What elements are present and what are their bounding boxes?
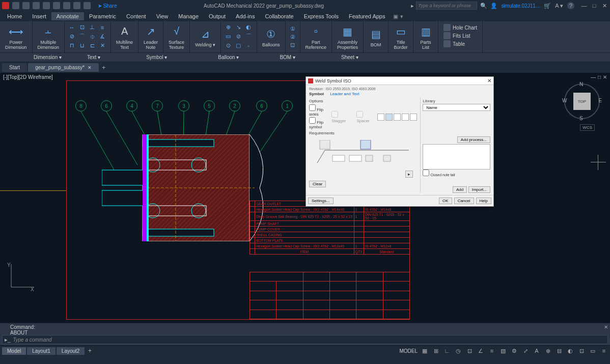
panel-symbol[interactable]: Symbol ▾ <box>146 54 167 60</box>
dim-small-icon[interactable]: ⊏ <box>88 42 96 49</box>
parts-list-button[interactable]: ▥ Parts List <box>413 21 438 52</box>
sym-icon[interactable]: ▢ <box>234 42 242 49</box>
viewport-label[interactable]: [-][Top][2D Wireframe] <box>3 74 53 80</box>
id-icon[interactable] <box>402 114 409 121</box>
id-icon[interactable] <box>377 114 384 121</box>
sym-icon[interactable]: ⊙ <box>224 42 232 49</box>
model-space-label[interactable]: MODEL <box>399 348 418 354</box>
dim-small-icon[interactable]: ↔ <box>68 24 76 31</box>
qat-new-icon[interactable] <box>12 2 19 9</box>
dim-small-icon[interactable]: ≡ <box>98 24 106 31</box>
balloon-7[interactable]: 7 <box>152 100 163 111</box>
grid-icon[interactable]: ▦ <box>421 347 429 355</box>
leader-note-button[interactable]: ↗ Leader Note <box>138 21 163 52</box>
dim-small-icon[interactable]: ⌒ <box>78 33 86 40</box>
search-icon[interactable]: 🔍 <box>480 3 487 9</box>
layout-tab-layout1[interactable]: Layout1 <box>27 347 56 355</box>
hardware-icon[interactable]: ⊡ <box>577 347 586 355</box>
fits-list-button[interactable]: Fits List <box>441 32 472 40</box>
dim-small-icon[interactable]: ⊥ <box>88 24 96 31</box>
menu-content[interactable]: Content <box>121 12 151 20</box>
flip-symbol-checkbox[interactable]: Flip symbol <box>309 117 327 129</box>
balloon-5[interactable]: 5 <box>204 100 215 111</box>
clear-button[interactable]: Clear <box>309 181 326 187</box>
add-process-button[interactable]: Add process... <box>457 136 490 143</box>
viewport-close-icon[interactable]: ✕ <box>603 74 607 80</box>
balloon-8[interactable]: 8 <box>75 100 87 111</box>
lineweight-icon[interactable]: ≡ <box>488 347 496 355</box>
id-icon[interactable] <box>385 114 393 121</box>
menu-parametric[interactable]: Parametric <box>84 12 121 20</box>
balloons-button[interactable]: ① Balloons <box>257 21 286 52</box>
balloon-6[interactable]: 6 <box>101 100 112 111</box>
part-reference-button[interactable]: ▫ Part Reference <box>300 21 332 52</box>
help-icon[interactable]: ? <box>567 2 574 9</box>
dialog-titlebar[interactable]: Weld Symbol ISO ✕ <box>306 77 493 85</box>
multiline-text-button[interactable]: A Multiline Text <box>111 21 138 52</box>
panel-text[interactable]: Text ▾ <box>87 54 100 60</box>
spacer-checkbox[interactable]: Spacer <box>356 111 370 123</box>
assembly-properties-button[interactable]: ▦ Assembly Properties <box>332 21 364 52</box>
menu-output[interactable]: Output <box>204 12 231 20</box>
layout-tab-model[interactable]: Model <box>2 347 26 355</box>
polar-icon[interactable]: ◷ <box>454 347 462 355</box>
menu-manage[interactable]: Manage <box>173 12 204 20</box>
scale-icon[interactable]: ⤢ <box>521 347 530 355</box>
surface-texture-button[interactable]: √ Surface Texture <box>163 21 190 52</box>
balloon-small-icon[interactable]: ① <box>289 25 297 33</box>
menu-annotate[interactable]: Annotate <box>51 12 84 20</box>
user-name[interactable]: simulate.02J11... <box>502 3 540 9</box>
dim-small-icon[interactable]: ⊓ <box>68 42 76 49</box>
qat-save-icon[interactable] <box>33 2 40 9</box>
ortho-icon[interactable]: ∟ <box>443 347 451 355</box>
qat-print-icon[interactable] <box>63 2 70 9</box>
tab-current-file[interactable]: gear_pump_subassy* ✕ <box>28 63 99 72</box>
stagger-checkbox[interactable]: Stagger <box>331 111 346 123</box>
cancel-button[interactable]: Cancel <box>454 198 474 204</box>
bom-button[interactable]: ▤ BOM <box>364 21 389 52</box>
wcs-label[interactable]: WCS <box>580 124 595 131</box>
viewcube-s[interactable]: S <box>579 116 583 121</box>
isolate-icon[interactable]: ◐ <box>566 347 574 355</box>
command-input-row[interactable]: ▸_ Type a command <box>2 335 608 344</box>
balloon-3[interactable]: 3 <box>178 100 189 111</box>
otrack-icon[interactable]: ∠ <box>477 347 485 355</box>
library-name-select[interactable]: Name <box>423 104 490 111</box>
viewport-maximize-icon[interactable]: □ <box>598 74 601 80</box>
gear-icon[interactable]: ⚙ <box>510 347 518 355</box>
dim-small-icon[interactable]: ∡ <box>98 33 106 40</box>
balloon-small-icon[interactable]: ⊡ <box>289 42 297 49</box>
font-icon[interactable]: A ▾ <box>555 3 563 9</box>
panel-balloon[interactable]: Balloon ▾ <box>218 54 239 60</box>
search-input[interactable] <box>416 2 477 10</box>
viewcube-top[interactable]: TOP <box>573 93 591 110</box>
help-button[interactable]: Help <box>476 198 491 204</box>
import-button[interactable]: Import... <box>468 186 490 193</box>
customization-icon[interactable]: ≡ <box>600 347 608 355</box>
sym-icon[interactable]: ⊘ <box>234 33 242 40</box>
sym-icon[interactable]: ▭ <box>224 33 232 40</box>
share-link[interactable]: ➤ Share <box>98 3 117 9</box>
panel-bom[interactable]: BOM ▾ <box>280 54 295 60</box>
add-button[interactable]: Add <box>453 186 467 193</box>
user-icon[interactable]: 👤 <box>490 3 497 9</box>
menu-expresstools[interactable]: Express Tools <box>299 12 344 20</box>
dim-small-icon[interactable]: ✕ <box>98 42 106 49</box>
sym-icon[interactable]: ↘ <box>234 24 242 31</box>
balloon-1[interactable]: 1 <box>282 100 293 111</box>
viewcube-e[interactable]: E <box>598 98 602 103</box>
cleanscreen-icon[interactable]: ▭ <box>589 347 597 355</box>
cmdline-close-icon[interactable]: ✕ <box>604 324 608 330</box>
title-border-button[interactable]: ▭ Title Border <box>389 21 413 52</box>
add-layout-button[interactable]: + <box>86 347 94 355</box>
minimize-button[interactable]: — <box>580 2 588 9</box>
new-tab-button[interactable]: + <box>100 64 108 72</box>
sym-icon[interactable]: ◐ <box>244 24 253 31</box>
menu-featuredapps[interactable]: Featured Apps <box>344 12 391 20</box>
command-input[interactable]: Type a command <box>13 337 52 343</box>
transparency-icon[interactable]: ▧ <box>499 347 507 355</box>
close-button[interactable]: ✕ <box>601 2 608 9</box>
qat-redo-icon[interactable] <box>84 2 91 9</box>
dim-small-icon[interactable]: ⊡ <box>78 24 86 31</box>
id-icon[interactable] <box>410 114 417 121</box>
